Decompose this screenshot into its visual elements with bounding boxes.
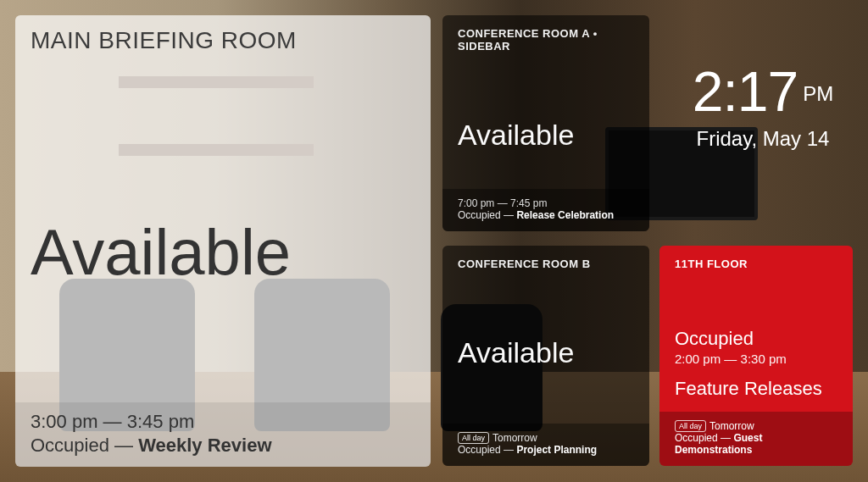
room-name: CONFERENCE ROOM A • SIDEBAR — [458, 27, 634, 53]
next-event-prefix: Occupied — — [458, 209, 516, 221]
room-next-event: 3:00 pm — 3:45 pm Occupied — Weekly Revi… — [15, 402, 431, 467]
current-event-time: 2:00 pm — 3:30 pm — [675, 352, 837, 366]
room-status: Available — [458, 119, 634, 152]
room-card-conf-a[interactable]: CONFERENCE ROOM A • SIDEBAR Available 7:… — [442, 15, 649, 231]
next-event-time: Tomorrow — [492, 432, 537, 444]
room-name: 11TH FLOOR — [675, 258, 837, 270]
next-event-title: Project Planning — [516, 444, 597, 456]
clock-date: Friday, May 14 — [670, 127, 856, 151]
next-event-title: Weekly Review — [138, 435, 271, 456]
next-event-prefix: Occupied — — [31, 435, 138, 456]
room-next-event: All dayTomorrow Occupied — Project Plann… — [442, 424, 649, 466]
clock-time: 2:17 — [693, 59, 798, 124]
next-event-time: 3:00 pm — 3:45 pm — [31, 411, 415, 433]
allday-badge: All day — [675, 420, 706, 432]
room-next-event: All dayTomorrow Occupied — Guest Demonst… — [659, 412, 853, 466]
current-event-title: Feature Releases — [675, 378, 837, 400]
room-status: Occupied — [675, 328, 837, 350]
clock-ampm: PM — [803, 82, 833, 105]
room-status: Available — [458, 336, 634, 369]
next-event-time: 7:00 pm — 7:45 pm — [458, 197, 634, 209]
clock: 2:17PM Friday, May 14 — [670, 59, 856, 151]
room-card-conf-b[interactable]: CONFERENCE ROOM B Available All dayTomor… — [442, 246, 649, 466]
next-event-title: Release Celebration — [516, 209, 614, 221]
next-event-prefix: Occupied — — [458, 444, 516, 456]
room-card-11th-floor[interactable]: 11TH FLOOR Occupied 2:00 pm — 3:30 pm Fe… — [659, 246, 853, 466]
allday-badge: All day — [458, 432, 489, 444]
room-status: Available — [31, 215, 415, 289]
room-card-main[interactable]: MAIN BRIEFING ROOM Available 3:00 pm — 3… — [15, 15, 431, 467]
next-event-time: Tomorrow — [709, 420, 754, 432]
room-next-event: 7:00 pm — 7:45 pm Occupied — Release Cel… — [442, 189, 649, 231]
next-event-prefix: Occupied — — [675, 432, 733, 444]
room-name: MAIN BRIEFING ROOM — [31, 27, 415, 54]
room-name: CONFERENCE ROOM B — [458, 258, 634, 270]
